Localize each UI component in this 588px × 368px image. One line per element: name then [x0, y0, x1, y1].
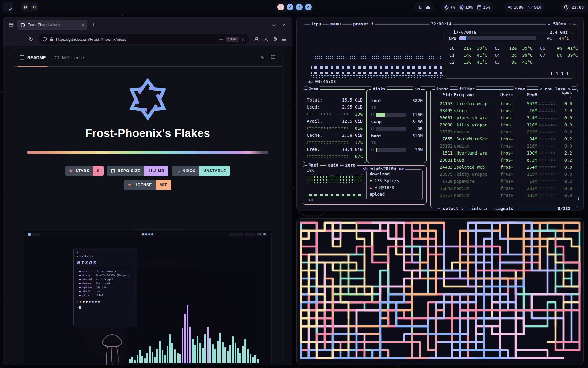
new-tab-button[interactable]: + — [90, 21, 98, 29]
proc-select-hint[interactable]: ↑ select ↓ — [436, 206, 465, 211]
workspace-button[interactable]: 1 — [277, 4, 284, 10]
update-interval-control[interactable]: - 500ms + — [546, 21, 573, 27]
net-interface-selector[interactable]: <b wlp0s20f0u n> — [361, 166, 405, 171]
proc-filter-button[interactable]: filter — [458, 86, 476, 92]
process-name: .pipes.sh-wra — [454, 115, 499, 120]
browser-content: README MIT license ✎ — [3, 46, 292, 365]
proc-signals-hint[interactable]: signals — [494, 206, 515, 211]
process-row[interactable]: 25192 codium fros+ 216M 0.0 — [431, 142, 578, 149]
edit-pencil-icon[interactable]: ✎ — [261, 55, 265, 61]
list-tabs-chevron-icon[interactable] — [270, 21, 278, 29]
disk-root-row: root382G — [371, 97, 423, 104]
reader-mode-icon[interactable] — [219, 37, 223, 41]
col-program[interactable]: Program: — [454, 92, 499, 97]
proc-box-title[interactable]: 4proc — [435, 86, 450, 92]
mem-box-title[interactable]: 2mem — [307, 86, 320, 92]
net-box-title[interactable]: 3net — [307, 162, 320, 168]
process-pid: 29090 — [434, 122, 453, 127]
col-memb[interactable]: MemB — [518, 92, 537, 97]
workspace-button[interactable]: 2 — [287, 4, 293, 10]
media-next-button[interactable] — [31, 4, 37, 10]
core-percent: 6% — [550, 53, 562, 58]
col-user[interactable]: User: — [500, 92, 517, 97]
nixos-menu-button[interactable] — [3, 2, 13, 12]
process-row[interactable]: 38495 slurp fros+ 16M 1.9 — [431, 107, 578, 114]
net-zero-button[interactable]: zero — [344, 162, 357, 168]
screenshot-media-pill — [32, 233, 40, 236]
mem-cache-row: Cache:2.58 GiB — [307, 132, 363, 139]
mem-used-row: Used:2.95 GiB — [307, 103, 363, 110]
core-temp: 39°C — [518, 46, 533, 51]
lock-icon[interactable] — [50, 37, 53, 41]
proc-tree-button[interactable]: tree — [513, 86, 527, 92]
license-badge[interactable]: ©LICENSE MIT — [124, 180, 171, 190]
proc-info-hint[interactable]: info ↵ — [470, 206, 488, 211]
core-name: C2 — [449, 60, 458, 65]
menu-icon[interactable] — [280, 35, 288, 43]
url-text[interactable]: https://github.com/Frost-Phoenix/nixos — [56, 37, 216, 42]
url-bar[interactable]: https://github.com/Frost-Phoenix/nixos 1… — [39, 34, 249, 44]
browser-tab[interactable]: Frost-Phoenix/nixos × — [17, 20, 87, 30]
process-row[interactable]: 1511 .Hyprland-wra fros+ 100M 2.2 — [431, 149, 578, 156]
cpu-box-title[interactable]: 1cpu — [310, 21, 322, 27]
weather-widget[interactable] — [414, 2, 434, 12]
account-icon[interactable] — [253, 35, 261, 43]
process-row[interactable]: 30681 .pipes.sh-wra fros+ 3.4M 0.9 — [431, 114, 578, 121]
net-auto-button[interactable]: auto — [326, 162, 340, 168]
tab-license-label: MIT license — [62, 55, 84, 60]
process-row[interactable]: 28979 .kitty-wrappe fros+ 119M 0.0 — [431, 171, 578, 178]
core-percent: 12% — [504, 46, 517, 51]
extensions-icon[interactable] — [271, 35, 279, 43]
process-row[interactable]: 24153 .firefox-wrap fros+ 552M 0.0 — [431, 100, 578, 107]
menu-button[interactable]: menu — [329, 21, 342, 27]
process-row[interactable]: 1728 pipewire fros+ 14M 0.2 — [431, 178, 578, 185]
proc-scroll-down-icon[interactable]: ↓ — [577, 196, 580, 201]
process-row[interactable]: 16642 codium fros+ 233M 0.0 — [431, 185, 578, 192]
process-row[interactable]: 16763 codium fros+ 243M 0.0 — [431, 128, 578, 135]
proc-sort-selector[interactable]: < cpu lazy > — [538, 86, 572, 92]
mem-free-row: Free:10.4 GiB — [307, 146, 363, 153]
process-row[interactable]: 29090 .kitty-wrappe fros+ 118M 0.9 — [431, 121, 578, 128]
window-close-button[interactable]: × — [280, 21, 288, 29]
nix-snowflake-logo — [126, 77, 170, 121]
screenshot-audio-pill — [245, 233, 255, 236]
process-row[interactable]: 29081 btop fros+ 6.3M 0.2 — [431, 156, 578, 163]
readme-screenshot[interactable]: 22:18 ~ › maxfetch NIXOS — [24, 229, 272, 365]
tab-mit-license[interactable]: MIT license — [55, 49, 84, 66]
clock-widget[interactable]: 22:00 — [560, 2, 587, 12]
core-temp: 41°C — [563, 46, 578, 51]
firefox-view-icon[interactable] — [7, 21, 15, 29]
nixos-badge[interactable]: NIXOS UNSTABLE — [172, 166, 230, 176]
media-previous-button[interactable] — [22, 4, 29, 10]
process-mem: 100M — [518, 151, 537, 155]
volume-value: 100% — [514, 5, 523, 10]
preset-button[interactable]: preset * — [352, 21, 375, 27]
process-row[interactable]: 16717 codium fros+ 135M 0.0 — [431, 192, 578, 199]
tab-readme[interactable]: README — [20, 49, 46, 66]
repo-size-badge[interactable]: REPO SIZE 11.2 MB — [107, 166, 168, 176]
col-pid[interactable]: Pid: — [434, 92, 453, 97]
downloads-icon[interactable] — [262, 35, 270, 43]
stars-badge[interactable]: ★STARS 0 — [65, 166, 104, 176]
fetch-info-value: 5h 53m — [96, 286, 107, 289]
workspace-button[interactable]: 3 — [296, 4, 303, 10]
process-user: fros+ — [500, 179, 517, 184]
disk-usage-value: 25% — [483, 5, 490, 10]
audio-network-widget[interactable]: 100% 91% — [504, 2, 545, 12]
process-cpu: 2.2 — [559, 151, 572, 155]
outline-list-icon[interactable] — [271, 55, 276, 61]
tracking-shield-icon[interactable] — [43, 37, 47, 42]
tab-close-icon[interactable]: × — [82, 23, 84, 27]
forward-button[interactable]: → — [17, 35, 25, 44]
process-row[interactable]: 24403 Isolated Web fros+ 254M 0.0 — [431, 163, 578, 171]
reload-button[interactable]: ↻ — [27, 35, 35, 44]
zoom-level-badge[interactable]: 130% — [226, 37, 238, 42]
system-stats-widget[interactable]: 7% 19% 25% — [440, 2, 494, 12]
back-button[interactable]: ← — [7, 35, 16, 44]
bookmark-star-icon[interactable]: ☆ — [241, 36, 245, 42]
process-row[interactable]: 7655 .SoundWireSer fros+ 94M 0.2 — [431, 135, 578, 142]
disks-box-title[interactable]: disks — [371, 86, 387, 92]
disks-io-toggle[interactable]: io — [413, 86, 421, 92]
workspace-button[interactable]: 8 — [305, 4, 312, 10]
process-cpu: 1.9 — [559, 108, 572, 113]
